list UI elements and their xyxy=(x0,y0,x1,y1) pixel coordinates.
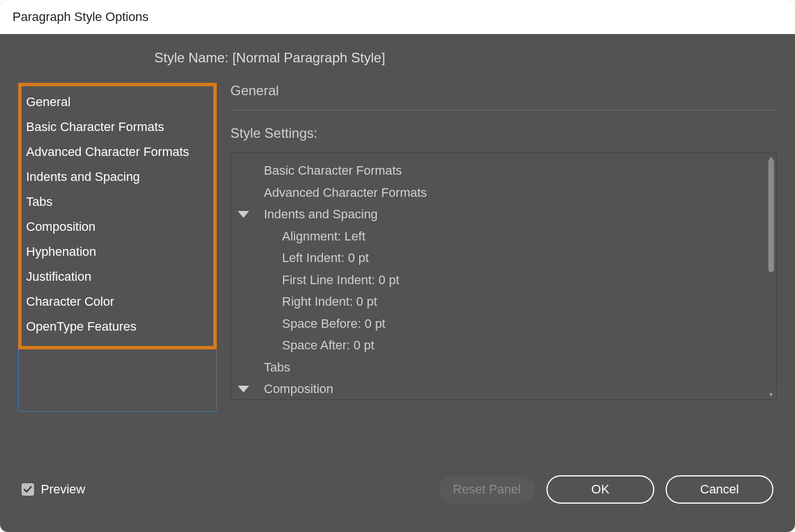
tree-item-tabs[interactable]: Tabs xyxy=(253,357,754,379)
reset-panel-button: Reset Panel xyxy=(439,475,535,504)
footer-buttons: Reset Panel OK Cancel xyxy=(439,475,773,504)
tree-item-advanced-character-formats[interactable]: Advanced Character Formats xyxy=(253,182,754,204)
checkbox-icon xyxy=(22,483,34,496)
style-name-label: Style Name: xyxy=(154,50,229,65)
preview-label: Preview xyxy=(41,482,85,497)
sidebar-item-character-color[interactable]: Character Color xyxy=(24,289,211,314)
dialog-window: Paragraph Style Options Style Name: [Nor… xyxy=(0,0,795,532)
sidebar-item-general[interactable]: General xyxy=(24,90,211,115)
tree-child-space-after: Space After: 0 pt xyxy=(253,335,754,357)
tree-label: Composition xyxy=(253,378,333,400)
style-settings-box: Basic Character Formats Advanced Charact… xyxy=(230,153,777,400)
tree-item-basic-character-formats[interactable]: Basic Character Formats xyxy=(253,160,754,182)
scrollbar[interactable]: ▴ ▾ xyxy=(767,157,775,396)
sidebar-item-justification[interactable]: Justification xyxy=(24,264,211,289)
sidebar-item-tabs[interactable]: Tabs xyxy=(24,189,211,214)
style-settings-label: Style Settings: xyxy=(230,125,777,141)
sidebar-item-hyphenation[interactable]: Hyphenation xyxy=(24,239,211,264)
scroll-thumb[interactable] xyxy=(768,159,774,272)
scroll-down-icon[interactable]: ▾ xyxy=(767,391,775,398)
tree-label: Indents and Spacing xyxy=(253,204,378,226)
dialog-body: Style Name: [Normal Paragraph Style] Gen… xyxy=(0,34,795,532)
sidebar-item-opentype-features[interactable]: OpenType Features xyxy=(24,314,211,339)
tree-child-right-indent: Right Indent: 0 pt xyxy=(253,291,754,313)
style-name-row: Style Name: [Normal Paragraph Style] xyxy=(154,50,777,66)
sidebar-container: General Basic Character Formats Advanced… xyxy=(18,83,217,455)
titlebar: Paragraph Style Options xyxy=(0,0,795,34)
category-list: General Basic Character Formats Advanced… xyxy=(24,90,211,339)
content-row: General Basic Character Formats Advanced… xyxy=(18,83,777,455)
style-settings-tree: Basic Character Formats Advanced Charact… xyxy=(231,153,765,400)
tree-child-left-indent: Left Indent: 0 pt xyxy=(253,247,754,269)
tree-label: Advanced Character Formats xyxy=(253,182,427,204)
main-panel: General Style Settings: Basic Character … xyxy=(230,83,777,455)
tree-child-first-line-indent: First Line Indent: 0 pt xyxy=(253,269,754,292)
chevron-down-icon[interactable] xyxy=(238,386,249,392)
preview-checkbox[interactable]: Preview xyxy=(22,482,85,497)
tree-label: Tabs xyxy=(253,357,290,379)
sidebar-item-basic-character-formats[interactable]: Basic Character Formats xyxy=(24,115,211,140)
style-name-value: [Normal Paragraph Style] xyxy=(232,50,385,65)
window-title: Paragraph Style Options xyxy=(12,10,149,24)
tree-child-alignment: Alignment: Left xyxy=(253,226,754,248)
ok-button[interactable]: OK xyxy=(546,475,654,504)
section-title: General xyxy=(230,83,777,111)
tree-child-space-before: Space Before: 0 pt xyxy=(253,313,754,335)
dialog-footer: Preview Reset Panel OK Cancel xyxy=(18,455,777,532)
sidebar-item-indents-and-spacing[interactable]: Indents and Spacing xyxy=(24,164,211,189)
sidebar-item-composition[interactable]: Composition xyxy=(24,214,211,239)
chevron-down-icon[interactable] xyxy=(238,211,249,218)
sidebar-item-advanced-character-formats[interactable]: Advanced Character Formats xyxy=(24,140,211,164)
cancel-button[interactable]: Cancel xyxy=(666,475,773,504)
tree-item-indents-and-spacing[interactable]: Indents and Spacing xyxy=(253,204,754,226)
tree-label: Basic Character Formats xyxy=(253,160,402,182)
tree-item-composition[interactable]: Composition xyxy=(253,378,754,400)
